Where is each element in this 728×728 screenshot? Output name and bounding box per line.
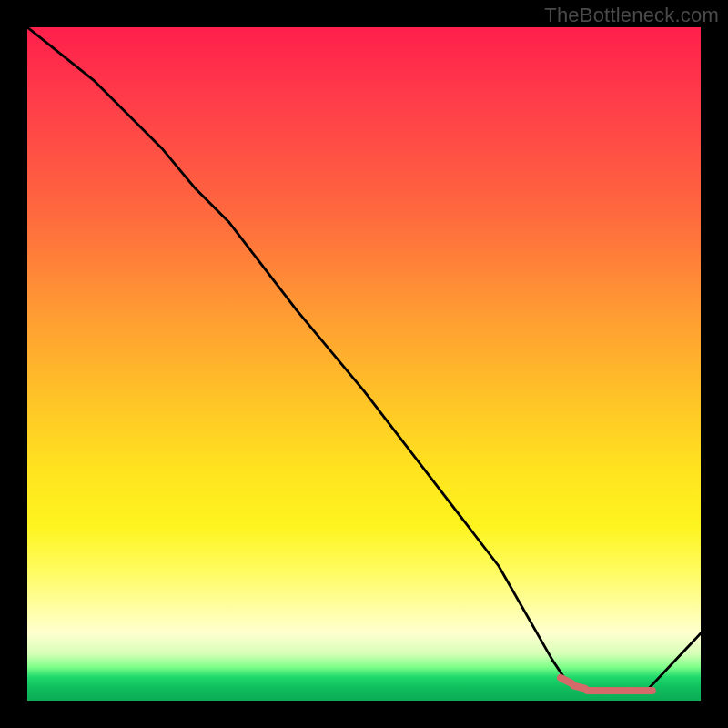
watermark-text: TheBottleneck.com (544, 4, 719, 27)
chart-frame: TheBottleneck.com (0, 0, 728, 728)
gradient-plot-area (27, 27, 701, 701)
